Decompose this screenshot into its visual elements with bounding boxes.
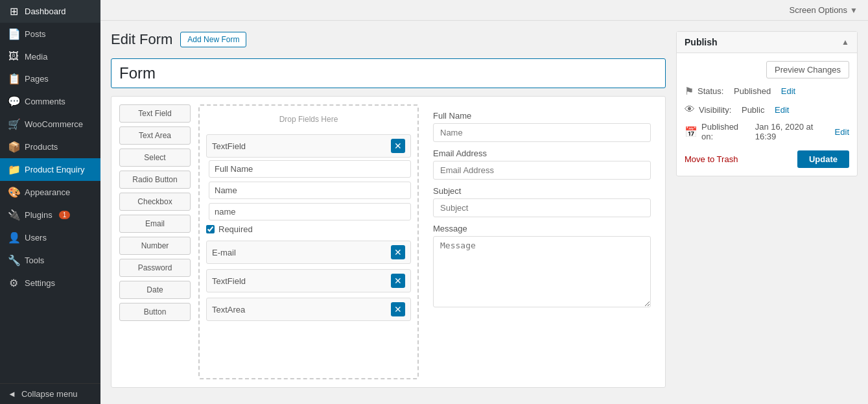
- sidebar-label-media: Media: [25, 52, 47, 62]
- collapse-label: Collapse menu: [21, 389, 78, 399]
- drop-field-row-2: TextField ✕: [206, 269, 411, 292]
- sidebar-label-comments: Comments: [25, 97, 65, 106]
- sidebar-item-comments[interactable]: 💬 Comments: [0, 90, 100, 113]
- woocommerce-icon: 🛒: [8, 118, 19, 130]
- users-icon: 👤: [8, 232, 19, 244]
- visibility-value: Public: [742, 105, 764, 115]
- published-row: 📅 Published on: Jan 16, 2020 at 16:39 Ed…: [685, 122, 849, 141]
- field-btn-text-field[interactable]: Text Field: [119, 104, 191, 123]
- sidebar-label-product-enquiry: Product Enquiry: [25, 165, 85, 174]
- form-name-input[interactable]: [111, 58, 666, 88]
- page-title: Edit Form: [111, 31, 172, 48]
- field-btn-number[interactable]: Number: [119, 237, 191, 255]
- sidebar-item-settings[interactable]: ⚙ Settings: [0, 272, 100, 294]
- preview-label-0: Full Name: [433, 111, 651, 121]
- drop-field-row-0: TextField ✕: [206, 134, 411, 158]
- chevron-down-icon: ▼: [850, 6, 858, 15]
- sidebar-item-pages[interactable]: 📋 Pages: [0, 67, 100, 90]
- preview-textarea-3[interactable]: [433, 236, 651, 307]
- chevron-up-icon: ▲: [841, 38, 849, 47]
- products-icon: 📦: [8, 141, 19, 153]
- sidebar-label-dashboard: Dashboard: [25, 6, 66, 16]
- drop-field-1: E-mail ✕: [206, 241, 411, 264]
- preview-changes-button[interactable]: Preview Changes: [766, 61, 849, 78]
- sidebar-item-dashboard[interactable]: ⊞ Dashboard: [0, 0, 100, 23]
- main-area: Screen Options ▼ Edit Form Add New Form …: [100, 0, 868, 404]
- field-btn-select[interactable]: Select: [119, 149, 191, 167]
- sub-fields-0: [206, 158, 411, 223]
- sidebar-label-appearance: Appearance: [25, 187, 70, 197]
- published-value: Jan 16, 2020 at 16:39: [755, 122, 825, 141]
- field-btn-password[interactable]: Password: [119, 259, 191, 277]
- required-checkbox-0[interactable]: [206, 225, 215, 233]
- published-label: Published on:: [701, 122, 745, 141]
- sidebar-label-posts: Posts: [25, 29, 46, 39]
- preview-label-1: Email Address: [433, 149, 651, 158]
- sidebar-item-product-enquiry[interactable]: 📁 Product Enquiry: [0, 158, 100, 181]
- drop-field-remove-2[interactable]: ✕: [391, 274, 405, 288]
- drop-field-3: TextArea ✕: [206, 298, 411, 321]
- preview-field-1: Email Address: [433, 149, 651, 180]
- sidebar-item-users[interactable]: 👤 Users: [0, 226, 100, 249]
- publish-box: Publish ▲ Preview Changes ⚑ Status: Publ…: [676, 31, 858, 176]
- drop-field-2: TextField ✕: [206, 269, 411, 292]
- status-edit-link[interactable]: Edit: [781, 86, 795, 96]
- drop-zone: Drop Fields Here TextField ✕ Required E-…: [198, 104, 419, 379]
- drop-field-remove-3[interactable]: ✕: [391, 302, 405, 316]
- preview-input-2[interactable]: [433, 198, 651, 217]
- eye-icon: 👁: [685, 104, 695, 115]
- plugins-icon: 🔌: [8, 209, 19, 221]
- drop-field-remove-0[interactable]: ✕: [391, 139, 405, 153]
- sidebar-item-posts[interactable]: 📄 Posts: [0, 23, 100, 45]
- tools-icon: 🔧: [8, 254, 19, 267]
- sidebar-item-woocommerce[interactable]: 🛒 WooCommerce: [0, 113, 100, 136]
- sidebar-item-appearance[interactable]: 🎨 Appearance: [0, 181, 100, 204]
- preview-input-1[interactable]: [433, 161, 651, 180]
- sidebar-item-plugins[interactable]: 🔌 Plugins 1: [0, 204, 100, 226]
- collapse-menu[interactable]: ◄Collapse menu: [0, 383, 100, 404]
- required-row-0: Required: [206, 223, 411, 235]
- drop-field-row-3: TextArea ✕: [206, 298, 411, 321]
- sidebar-item-tools[interactable]: 🔧 Tools: [0, 249, 100, 272]
- add-new-form-button[interactable]: Add New Form: [180, 32, 246, 47]
- field-btn-checkbox[interactable]: Checkbox: [119, 193, 191, 211]
- drop-field-label-3: TextArea: [212, 305, 245, 315]
- field-btn-text-area[interactable]: Text Area: [119, 126, 191, 145]
- field-btn-date[interactable]: Date: [119, 281, 191, 299]
- preview-field-0: Full Name: [433, 111, 651, 142]
- visibility-row: 👁 Visibility: Public Edit: [685, 104, 849, 115]
- sub-field-input-0-2[interactable]: [209, 203, 411, 220]
- posts-icon: 📄: [8, 28, 19, 40]
- field-btn-button[interactable]: Button: [119, 303, 191, 321]
- badge-plugins: 1: [59, 211, 71, 219]
- visibility-label: Visibility:: [699, 105, 731, 115]
- field-btn-radio-button[interactable]: Radio Button: [119, 171, 191, 189]
- page-header: Edit Form Add New Form: [111, 31, 666, 48]
- preview-field-2: Subject: [433, 186, 651, 217]
- publish-body: Preview Changes ⚑ Status: Published Edit…: [677, 53, 857, 176]
- sub-field-input-0-1[interactable]: [209, 182, 411, 199]
- sidebar-label-tools: Tools: [25, 255, 44, 265]
- drop-field-label-2: TextField: [212, 276, 246, 286]
- sidebar-label-plugins: Plugins: [25, 210, 53, 220]
- drop-field-remove-1[interactable]: ✕: [391, 245, 405, 259]
- sidebar-item-products[interactable]: 📦 Products: [0, 136, 100, 158]
- move-to-trash-link[interactable]: Move to Trash: [685, 154, 738, 164]
- field-btn-email[interactable]: Email: [119, 215, 191, 233]
- sub-field-input-0-0[interactable]: [209, 160, 411, 178]
- settings-icon: ⚙: [8, 277, 19, 289]
- pages-icon: 📋: [8, 73, 19, 85]
- sidebar-item-media[interactable]: 🖼 Media: [0, 45, 100, 67]
- visibility-edit-link[interactable]: Edit: [775, 105, 789, 115]
- status-row: ⚑ Status: Published Edit: [685, 85, 849, 97]
- update-button[interactable]: Update: [797, 150, 849, 168]
- preview-input-0[interactable]: [433, 123, 651, 142]
- screen-options-button[interactable]: Screen Options ▼: [790, 5, 858, 15]
- drop-zone-label: Drop Fields Here: [206, 112, 411, 129]
- sidebar-label-woocommerce: WooCommerce: [25, 119, 83, 129]
- required-label-0: Required: [218, 224, 253, 234]
- sidebar-label-pages: Pages: [25, 74, 49, 84]
- comments-icon: 💬: [8, 95, 19, 108]
- published-edit-link[interactable]: Edit: [835, 127, 849, 137]
- publish-title: Publish: [685, 37, 718, 47]
